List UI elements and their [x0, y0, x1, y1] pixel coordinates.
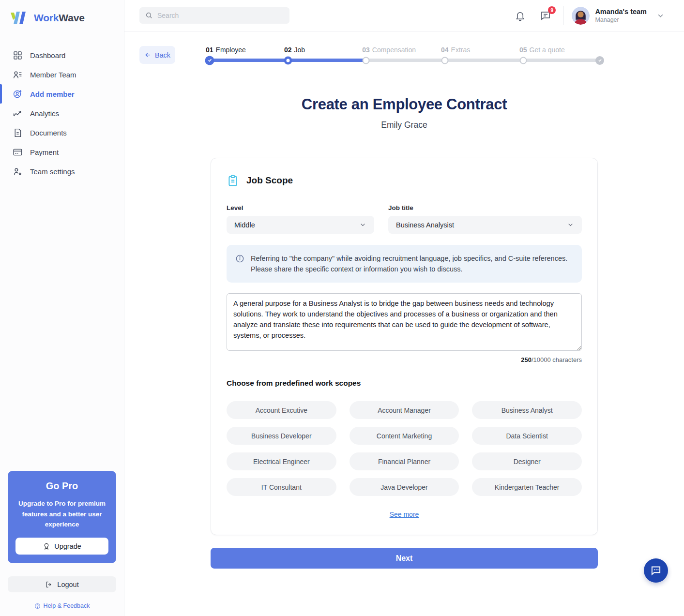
- go-pro-card: Go Pro Upgrade to Pro for premium featur…: [8, 471, 116, 563]
- work-scope-pill[interactable]: Financial Planner: [350, 452, 459, 470]
- brand-name: WorkWave: [34, 12, 85, 24]
- avatar-image: [572, 7, 590, 25]
- step-label-compensation: 03Compensation: [362, 46, 416, 54]
- chat-fab-button[interactable]: [644, 558, 668, 583]
- next-button[interactable]: Next: [211, 548, 598, 569]
- topbar-actions: 9 Amanda's team: [515, 6, 665, 25]
- payment-card-icon: [13, 147, 23, 157]
- upgrade-button[interactable]: Upgrade: [15, 538, 108, 555]
- predefined-scopes-heading: Choose from predefined work scopes: [227, 379, 582, 388]
- see-more-link[interactable]: See more: [390, 511, 419, 518]
- work-scope-pill[interactable]: Account Manager: [350, 401, 459, 419]
- sidebar-item-add-member[interactable]: Add member: [0, 85, 124, 103]
- work-scope-pill[interactable]: Account Excutive: [227, 401, 336, 419]
- chevron-down-icon: [567, 221, 574, 228]
- job-description-textarea[interactable]: A general purpose for a Business Analyst…: [227, 293, 582, 351]
- analytics-chart-icon: [13, 108, 23, 119]
- work-scope-pill[interactable]: Java Developer: [350, 478, 459, 496]
- user-meta: Amanda's team Manager: [595, 8, 647, 23]
- progress-stepper: 01Employee 02Job 03Compensation 04Extras…: [210, 46, 600, 69]
- character-count: 250: [521, 356, 532, 363]
- character-counter: 250/10000 characters: [227, 356, 582, 363]
- work-scope-pill[interactable]: Business Developer: [227, 427, 336, 445]
- page-title: Create an Employee Contract: [124, 96, 684, 113]
- work-scope-pill[interactable]: Data Scientist: [472, 427, 582, 445]
- sidebar-item-label: Member Team: [30, 71, 76, 79]
- help-icon: [34, 603, 41, 609]
- brand-name-wave: Wave: [59, 12, 84, 23]
- step-dot-compensation[interactable]: [363, 57, 370, 64]
- work-scope-pill[interactable]: Content Marketing: [350, 427, 459, 445]
- topbar-divider: [563, 6, 563, 25]
- step-dot-extras[interactable]: [441, 57, 449, 64]
- sidebar-item-label: Analytics: [30, 109, 59, 118]
- step-dot-finish: [595, 56, 604, 65]
- back-button[interactable]: Back: [139, 46, 175, 64]
- job-scope-card: Job Scope Level Middle Job title Busines…: [211, 158, 598, 535]
- info-banner-text: Referring to "the company" while avoidin…: [251, 253, 571, 274]
- work-scope-pill[interactable]: Electrical Engineer: [227, 452, 336, 470]
- help-feedback-link[interactable]: Help & Feedback: [8, 602, 116, 609]
- chat-bubble-icon: [650, 564, 662, 577]
- step-dot-get-a-quote[interactable]: [520, 57, 527, 64]
- sidebar-item-label: Dashboard: [30, 51, 65, 60]
- chevron-down-icon[interactable]: [656, 12, 665, 20]
- logout-label: Logout: [57, 581, 78, 588]
- messages-button[interactable]: 9: [540, 10, 551, 21]
- sidebar-item-documents[interactable]: Documents: [0, 124, 124, 141]
- step-label-extras: 04Extras: [441, 46, 470, 54]
- sidebar-item-analytics[interactable]: Analytics: [0, 105, 124, 122]
- job-title-label: Job title: [388, 204, 582, 211]
- sidebar-item-team-settings[interactable]: Team settings: [0, 163, 124, 180]
- go-pro-title: Go Pro: [15, 481, 108, 492]
- sidebar-item-member-team[interactable]: Member Team: [0, 66, 124, 83]
- documents-icon: [13, 128, 23, 138]
- dashboard-grid-icon: [13, 50, 23, 60]
- step-dot-job-current[interactable]: [284, 56, 292, 64]
- check-icon: [207, 58, 212, 63]
- user-role: Manager: [595, 16, 647, 23]
- work-scope-pills: Account Excutive Account Manager Busines…: [227, 401, 582, 496]
- sidebar-item-dashboard[interactable]: Dashboard: [0, 46, 124, 64]
- avatar[interactable]: [572, 7, 590, 25]
- job-title-field: Job title Business Analysist: [388, 204, 582, 234]
- work-scope-pill[interactable]: Business Analyst: [472, 401, 582, 419]
- clipboard-icon: [227, 174, 239, 187]
- help-feedback-label: Help & Feedback: [44, 602, 90, 609]
- job-title-select[interactable]: Business Analysist: [388, 216, 582, 234]
- logout-button[interactable]: Logout: [8, 576, 116, 592]
- stepper-track: [210, 59, 600, 62]
- medal-icon: [43, 542, 50, 550]
- page-content: Back 01Employee 02Job 03Compensation 04E…: [124, 31, 684, 616]
- check-icon: [598, 58, 602, 62]
- work-scope-pill[interactable]: IT Consultant: [227, 478, 336, 496]
- level-select[interactable]: Middle: [227, 216, 374, 234]
- messages-badge: 9: [548, 6, 556, 14]
- sidebar-item-label: Team settings: [30, 167, 75, 176]
- logout-icon: [45, 581, 53, 588]
- work-scope-pill[interactable]: Kindergarten Teacher: [472, 478, 582, 496]
- sidebar-footer: Go Pro Upgrade to Pro for premium featur…: [0, 471, 124, 616]
- step-label-get-a-quote: 05Get a quote: [519, 46, 565, 54]
- topbar: 9 Amanda's team: [124, 0, 684, 31]
- level-field: Level Middle: [227, 204, 374, 234]
- section-title: Job Scope: [246, 175, 293, 186]
- search-input[interactable]: [157, 12, 284, 19]
- back-button-label: Back: [155, 51, 170, 59]
- notifications-button[interactable]: [515, 10, 526, 21]
- step-dot-employee-done[interactable]: [205, 56, 214, 65]
- work-scope-pill[interactable]: Designer: [472, 452, 582, 470]
- page-subtitle: Emily Grace: [124, 120, 684, 130]
- team-settings-icon: [13, 166, 23, 177]
- step-label-employee: 01Employee: [206, 46, 246, 54]
- app-window: WorkWave Dashboard Member Team: [0, 0, 684, 616]
- sidebar-item-payment[interactable]: Payment: [0, 143, 124, 161]
- sidebar-nav: Dashboard Member Team Add member: [0, 46, 124, 180]
- user-team-name: Amanda's team: [595, 8, 647, 15]
- brand-logo: WorkWave: [0, 0, 124, 26]
- job-scope-header: Job Scope: [227, 174, 582, 187]
- level-label: Level: [227, 204, 374, 211]
- search-box: [139, 7, 289, 24]
- active-indicator: [0, 84, 2, 104]
- workwave-logo-icon: [10, 10, 28, 26]
